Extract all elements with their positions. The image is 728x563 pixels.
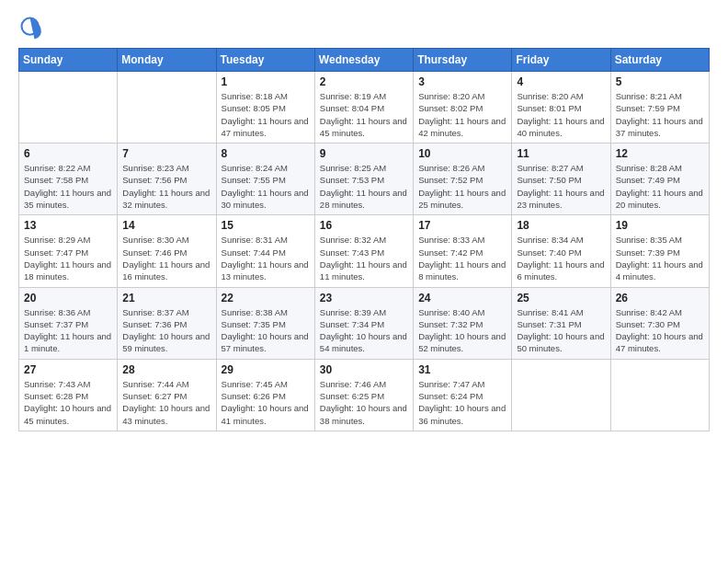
calendar-cell: 4Sunrise: 8:20 AMSunset: 8:01 PMDaylight… <box>512 72 610 144</box>
day-info: Sunrise: 8:35 AMSunset: 7:39 PMDaylight:… <box>616 234 704 282</box>
day-info: Sunrise: 7:44 AMSunset: 6:27 PMDaylight:… <box>122 378 210 427</box>
day-info: Sunrise: 8:23 AMSunset: 7:56 PMDaylight:… <box>122 162 210 211</box>
calendar-cell: 20Sunrise: 8:36 AMSunset: 7:37 PMDayligh… <box>19 287 118 359</box>
day-number: 1 <box>222 75 310 88</box>
calendar-cell: 18Sunrise: 8:34 AMSunset: 7:40 PMDayligh… <box>512 215 610 287</box>
calendar-cell: 9Sunrise: 8:25 AMSunset: 7:53 PMDaylight… <box>314 144 413 215</box>
day-number: 7 <box>122 147 210 160</box>
day-number: 16 <box>320 219 408 232</box>
day-info: Sunrise: 8:30 AMSunset: 7:46 PMDaylight:… <box>122 234 210 282</box>
day-info: Sunrise: 7:47 AMSunset: 6:24 PMDaylight:… <box>418 378 506 427</box>
calendar-cell: 16Sunrise: 8:32 AMSunset: 7:43 PMDayligh… <box>314 215 413 287</box>
day-number: 5 <box>616 75 704 88</box>
day-number: 24 <box>418 292 506 304</box>
calendar-cell: 25Sunrise: 8:41 AMSunset: 7:31 PMDayligh… <box>512 287 610 359</box>
day-number: 31 <box>418 363 506 376</box>
day-info: Sunrise: 8:40 AMSunset: 7:32 PMDaylight:… <box>418 306 506 355</box>
calendar-cell: 29Sunrise: 7:45 AMSunset: 6:26 PMDayligh… <box>216 359 314 431</box>
calendar-cell: 10Sunrise: 8:26 AMSunset: 7:52 PMDayligh… <box>414 144 512 215</box>
day-info: Sunrise: 8:32 AMSunset: 7:43 PMDaylight:… <box>320 234 408 282</box>
day-info: Sunrise: 8:28 AMSunset: 7:49 PMDaylight:… <box>616 162 704 211</box>
day-number: 15 <box>222 219 310 232</box>
day-number: 21 <box>122 292 210 304</box>
calendar-cell: 14Sunrise: 8:30 AMSunset: 7:46 PMDayligh… <box>118 215 216 287</box>
day-number: 13 <box>24 219 112 232</box>
day-info: Sunrise: 7:46 AMSunset: 6:25 PMDaylight:… <box>320 378 408 427</box>
day-info: Sunrise: 8:20 AMSunset: 8:01 PMDaylight:… <box>517 90 605 139</box>
day-info: Sunrise: 8:38 AMSunset: 7:35 PMDaylight:… <box>222 306 310 355</box>
calendar-cell: 2Sunrise: 8:19 AMSunset: 8:04 PMDaylight… <box>314 72 413 144</box>
calendar-cell: 6Sunrise: 8:22 AMSunset: 7:58 PMDaylight… <box>19 144 118 215</box>
calendar-cell: 13Sunrise: 8:29 AMSunset: 7:47 PMDayligh… <box>19 215 118 287</box>
day-number: 22 <box>222 292 310 304</box>
day-number: 19 <box>616 219 704 232</box>
calendar-cell: 5Sunrise: 8:21 AMSunset: 7:59 PMDaylight… <box>610 72 709 144</box>
day-number: 26 <box>616 292 704 304</box>
calendar-cell: 12Sunrise: 8:28 AMSunset: 7:49 PMDayligh… <box>610 144 709 215</box>
day-info: Sunrise: 8:22 AMSunset: 7:58 PMDaylight:… <box>24 162 112 211</box>
day-info: Sunrise: 8:41 AMSunset: 7:31 PMDaylight:… <box>517 306 605 355</box>
weekday-header-thursday: Thursday <box>414 49 512 72</box>
day-info: Sunrise: 8:18 AMSunset: 8:05 PMDaylight:… <box>222 90 310 139</box>
calendar-cell: 21Sunrise: 8:37 AMSunset: 7:36 PMDayligh… <box>118 287 216 359</box>
logo <box>18 15 48 40</box>
day-number: 25 <box>517 292 605 304</box>
calendar-cell <box>118 72 216 144</box>
day-number: 6 <box>24 147 112 160</box>
day-number: 10 <box>418 147 506 160</box>
calendar-cell <box>512 359 610 431</box>
calendar-cell: 8Sunrise: 8:24 AMSunset: 7:55 PMDaylight… <box>216 144 314 215</box>
weekday-header-friday: Friday <box>512 49 610 72</box>
day-number: 20 <box>24 292 112 304</box>
logo-icon <box>18 15 44 40</box>
day-number: 18 <box>517 219 605 232</box>
calendar-cell: 17Sunrise: 8:33 AMSunset: 7:42 PMDayligh… <box>414 215 512 287</box>
day-number: 14 <box>122 219 210 232</box>
calendar-cell: 26Sunrise: 8:42 AMSunset: 7:30 PMDayligh… <box>610 287 709 359</box>
day-info: Sunrise: 7:43 AMSunset: 6:28 PMDaylight:… <box>24 378 112 427</box>
weekday-header-tuesday: Tuesday <box>216 49 314 72</box>
day-info: Sunrise: 8:42 AMSunset: 7:30 PMDaylight:… <box>616 306 704 355</box>
day-info: Sunrise: 8:29 AMSunset: 7:47 PMDaylight:… <box>24 234 112 282</box>
calendar-cell: 11Sunrise: 8:27 AMSunset: 7:50 PMDayligh… <box>512 144 610 215</box>
day-info: Sunrise: 8:27 AMSunset: 7:50 PMDaylight:… <box>517 162 605 211</box>
day-number: 17 <box>418 219 506 232</box>
day-info: Sunrise: 8:37 AMSunset: 7:36 PMDaylight:… <box>122 306 210 355</box>
day-info: Sunrise: 8:25 AMSunset: 7:53 PMDaylight:… <box>320 162 408 211</box>
day-number: 30 <box>320 363 408 376</box>
day-number: 11 <box>517 147 605 160</box>
weekday-header-wednesday: Wednesday <box>314 49 413 72</box>
day-number: 28 <box>122 363 210 376</box>
day-number: 4 <box>517 75 605 88</box>
day-number: 12 <box>616 147 704 160</box>
calendar-cell: 19Sunrise: 8:35 AMSunset: 7:39 PMDayligh… <box>610 215 709 287</box>
day-number: 2 <box>320 75 408 88</box>
calendar-cell: 3Sunrise: 8:20 AMSunset: 8:02 PMDaylight… <box>414 72 512 144</box>
day-info: Sunrise: 8:33 AMSunset: 7:42 PMDaylight:… <box>418 234 506 282</box>
weekday-header-sunday: Sunday <box>19 49 118 72</box>
day-info: Sunrise: 7:45 AMSunset: 6:26 PMDaylight:… <box>222 378 310 427</box>
day-number: 3 <box>418 75 506 88</box>
day-number: 27 <box>24 363 112 376</box>
calendar-cell: 30Sunrise: 7:46 AMSunset: 6:25 PMDayligh… <box>314 359 413 431</box>
day-info: Sunrise: 8:19 AMSunset: 8:04 PMDaylight:… <box>320 90 408 139</box>
weekday-header-saturday: Saturday <box>610 49 709 72</box>
day-info: Sunrise: 8:21 AMSunset: 7:59 PMDaylight:… <box>616 90 704 139</box>
calendar-cell: 1Sunrise: 8:18 AMSunset: 8:05 PMDaylight… <box>216 72 314 144</box>
calendar-cell: 23Sunrise: 8:39 AMSunset: 7:34 PMDayligh… <box>314 287 413 359</box>
day-info: Sunrise: 8:20 AMSunset: 8:02 PMDaylight:… <box>418 90 506 139</box>
day-info: Sunrise: 8:34 AMSunset: 7:40 PMDaylight:… <box>517 234 605 282</box>
calendar-cell: 15Sunrise: 8:31 AMSunset: 7:44 PMDayligh… <box>216 215 314 287</box>
calendar: SundayMondayTuesdayWednesdayThursdayFrid… <box>18 48 710 431</box>
weekday-header-monday: Monday <box>118 49 216 72</box>
day-info: Sunrise: 8:26 AMSunset: 7:52 PMDaylight:… <box>418 162 506 211</box>
day-number: 9 <box>320 147 408 160</box>
day-info: Sunrise: 8:24 AMSunset: 7:55 PMDaylight:… <box>222 162 310 211</box>
calendar-cell: 28Sunrise: 7:44 AMSunset: 6:27 PMDayligh… <box>118 359 216 431</box>
day-info: Sunrise: 8:36 AMSunset: 7:37 PMDaylight:… <box>24 306 112 355</box>
calendar-cell <box>610 359 709 431</box>
day-info: Sunrise: 8:31 AMSunset: 7:44 PMDaylight:… <box>222 234 310 282</box>
day-number: 23 <box>320 292 408 304</box>
calendar-cell: 22Sunrise: 8:38 AMSunset: 7:35 PMDayligh… <box>216 287 314 359</box>
day-info: Sunrise: 8:39 AMSunset: 7:34 PMDaylight:… <box>320 306 408 355</box>
